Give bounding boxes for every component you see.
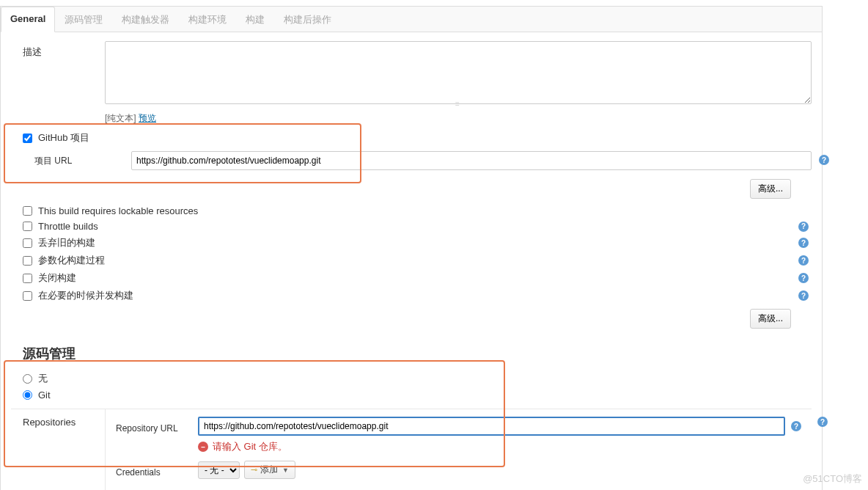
help-icon[interactable]: ? <box>817 417 828 427</box>
scm-none-radio[interactable] <box>23 374 32 384</box>
description-label: 描述 <box>11 41 105 59</box>
lockable-checkbox[interactable] <box>23 206 32 216</box>
error-text: 请输入 Git 仓库。 <box>213 440 287 453</box>
discard-label: 丢弃旧的构建 <box>38 236 95 249</box>
help-icon[interactable]: ? <box>798 255 809 266</box>
credentials-select[interactable]: - 无 - <box>198 461 240 479</box>
watermark-text: @51CTO博客 <box>803 472 862 486</box>
concurrent-label: 在必要的时候并发构建 <box>38 289 133 302</box>
repositories-label: Repositories <box>11 409 105 490</box>
lockable-label: This build requires lockable resources <box>38 205 198 216</box>
help-icon[interactable]: ? <box>798 273 809 283</box>
scm-git-radio[interactable] <box>23 390 32 400</box>
help-icon[interactable]: ? <box>798 222 809 232</box>
preview-link[interactable]: 预览 <box>139 113 156 123</box>
tab-scm[interactable]: 源码管理 <box>55 7 112 32</box>
help-icon[interactable]: ? <box>791 421 801 431</box>
parametrize-checkbox[interactable] <box>23 256 32 266</box>
advanced-button-2[interactable]: 高级... <box>750 309 791 329</box>
chevron-down-icon: ▼ <box>282 467 289 474</box>
resize-handle-icon[interactable]: ≡ <box>455 100 461 108</box>
help-icon[interactable]: ? <box>798 290 809 301</box>
throttle-checkbox[interactable] <box>23 222 32 231</box>
repo-url-input[interactable] <box>198 417 785 436</box>
description-textarea[interactable] <box>105 41 812 104</box>
scm-none-label: 无 <box>38 372 48 385</box>
parametrize-label: 参数化构建过程 <box>38 254 105 267</box>
discard-checkbox[interactable] <box>23 238 32 248</box>
tab-triggers[interactable]: 构建触发器 <box>112 7 179 32</box>
throttle-label: Throttle builds <box>38 221 98 232</box>
tab-build[interactable]: 构建 <box>236 7 274 32</box>
scm-section-title: 源码管理 <box>11 333 812 370</box>
credentials-label: Credentials <box>116 463 198 478</box>
tab-post[interactable]: 构建后操作 <box>274 7 341 32</box>
github-project-checkbox[interactable] <box>23 134 32 143</box>
scm-git-label: Git <box>38 390 51 401</box>
config-tabs: General 源码管理 构建触发器 构建环境 构建 构建后操作 <box>1 7 822 32</box>
project-url-label: 项目 URL <box>34 155 117 167</box>
repo-url-label: Repository URL <box>116 419 198 434</box>
github-project-label: GitHub 项目 <box>38 131 89 145</box>
disable-checkbox[interactable] <box>23 274 32 283</box>
github-project-row: GitHub 项目 <box>11 129 812 147</box>
help-icon[interactable]: ? <box>819 155 829 165</box>
key-icon: ⊸ <box>251 465 257 475</box>
project-url-input[interactable] <box>131 151 812 170</box>
disable-label: 关闭构建 <box>38 271 76 285</box>
add-credentials-button[interactable]: ⊸ 添加 ▼ <box>244 461 295 479</box>
error-icon: – <box>198 442 208 452</box>
advanced-button-1[interactable]: 高级... <box>750 179 791 199</box>
plaintext-label: [纯文本] <box>105 113 136 123</box>
help-icon[interactable]: ? <box>798 238 809 248</box>
concurrent-checkbox[interactable] <box>23 291 32 301</box>
tab-env[interactable]: 构建环境 <box>179 7 236 32</box>
tab-general[interactable]: General <box>1 7 55 32</box>
